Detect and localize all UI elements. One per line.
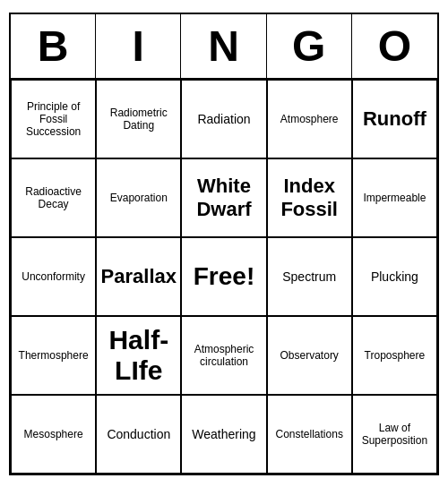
bingo-cell-0: Principle of Fossil Succession	[11, 80, 96, 158]
bingo-cell-5: Radioactive Decay	[11, 158, 96, 237]
bingo-letter-n: N	[181, 14, 266, 78]
bingo-cell-2: Radiation	[181, 80, 266, 158]
bingo-cell-4: Runoff	[352, 80, 437, 158]
bingo-cell-13: Spectrum	[267, 237, 352, 316]
bingo-cell-19: Troposphere	[352, 316, 437, 395]
bingo-cell-15: Thermosphere	[11, 316, 96, 395]
bingo-cell-12: Free!	[181, 237, 266, 316]
bingo-cell-6: Evaporation	[96, 158, 181, 237]
bingo-letter-o: O	[352, 14, 437, 78]
bingo-cell-1: Radiometric Dating	[96, 80, 181, 158]
bingo-card: BINGO Principle of Fossil SuccessionRadi…	[9, 13, 439, 475]
bingo-cell-20: Mesosphere	[11, 395, 96, 474]
bingo-cell-22: Weathering	[181, 395, 266, 474]
bingo-cell-17: Atmospheric circulation	[181, 316, 266, 395]
bingo-cell-23: Constellations	[267, 395, 352, 474]
bingo-cell-16: Half-LIfe	[96, 316, 181, 395]
bingo-cell-21: Conduction	[96, 395, 181, 474]
bingo-cell-14: Plucking	[352, 237, 437, 316]
bingo-cell-24: Law of Superposition	[352, 395, 437, 474]
bingo-cell-18: Observatory	[267, 316, 352, 395]
bingo-cell-7: White Dwarf	[181, 158, 266, 237]
bingo-cell-11: Parallax	[96, 237, 181, 316]
bingo-header: BINGO	[11, 14, 437, 80]
bingo-letter-b: B	[11, 14, 96, 78]
bingo-cell-9: Impermeable	[352, 158, 437, 237]
bingo-cell-10: Unconformity	[11, 237, 96, 316]
bingo-letter-i: I	[96, 14, 181, 78]
bingo-cell-8: Index Fossil	[267, 158, 352, 237]
bingo-cell-3: Atmosphere	[267, 80, 352, 158]
bingo-grid: Principle of Fossil SuccessionRadiometri…	[11, 80, 437, 474]
bingo-letter-g: G	[267, 14, 352, 78]
